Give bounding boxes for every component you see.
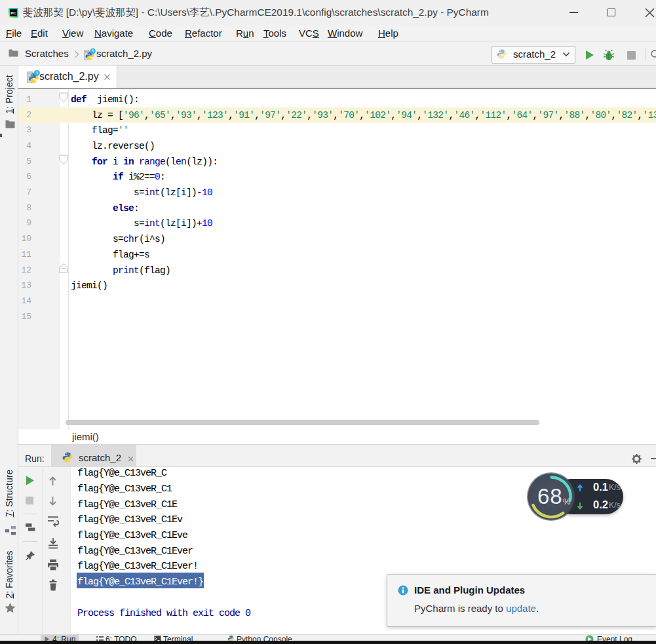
svg-text:PC: PC [10, 10, 16, 15]
svg-text:68: 68 [537, 484, 563, 508]
svg-text:%: % [563, 497, 571, 506]
